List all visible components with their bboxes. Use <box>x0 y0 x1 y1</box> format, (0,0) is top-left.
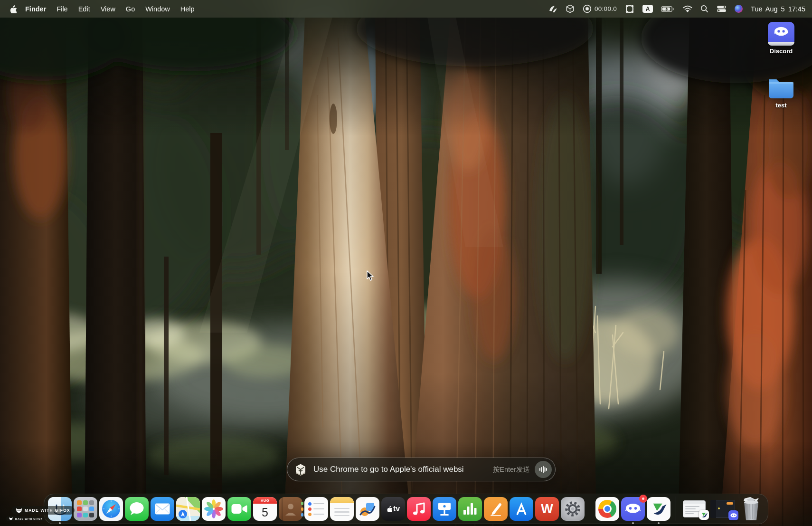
gifox-watermark-label: MADE WITH GIFOX <box>25 508 70 513</box>
minimized-window-v-app[interactable] <box>683 500 706 517</box>
launchpad-icon <box>74 497 97 521</box>
dock-contacts[interactable] <box>279 497 302 521</box>
dock-launchpad[interactable] <box>74 497 97 521</box>
safari-icon <box>99 497 123 521</box>
v-app-icon <box>647 497 670 521</box>
maps-icon <box>176 497 200 521</box>
dock-system-settings[interactable] <box>561 497 585 521</box>
menu-bar-clock[interactable]: Tue Aug 5 17:45 <box>751 5 805 13</box>
fox-icon <box>9 517 13 520</box>
contacts-icon <box>279 497 302 521</box>
dock-divider <box>590 497 590 521</box>
notification-badge <box>639 495 647 503</box>
photos-icon <box>202 497 226 521</box>
discord-icon <box>621 497 645 521</box>
dock-reminders[interactable] <box>304 497 328 521</box>
menu-window[interactable]: Window <box>140 5 175 13</box>
dock-apple-tv[interactable]: tv <box>381 497 405 521</box>
gifox-watermark-label: MADE WITH GIFOX <box>15 517 43 520</box>
desktop-icon-label: Discord <box>770 48 793 55</box>
control-center-icon[interactable] <box>717 5 727 12</box>
agent-hexagon-icon <box>294 463 307 476</box>
keynote-icon <box>433 497 456 521</box>
input-source-badge[interactable]: A <box>642 5 653 13</box>
dock-facetime[interactable] <box>227 497 251 521</box>
dock-music[interactable] <box>407 497 431 521</box>
dock-notes[interactable] <box>330 497 354 521</box>
messages-icon <box>125 497 149 521</box>
assistant-input-bar[interactable]: Use Chrome to go to Apple's official web… <box>287 458 556 481</box>
apple-logo-icon <box>387 506 392 512</box>
chrome-icon <box>595 497 619 521</box>
dock-maps[interactable] <box>176 497 200 521</box>
system-settings-icon <box>561 497 585 521</box>
discord-disk-image-icon <box>768 22 794 46</box>
calendar-day: 5 <box>262 504 268 521</box>
wps-office-icon: W <box>535 497 559 521</box>
dock-v-app[interactable] <box>647 497 670 521</box>
dock: AUG 5 <box>44 494 768 524</box>
running-indicator <box>658 522 660 524</box>
spotlight-search-icon[interactable] <box>700 5 708 13</box>
facetime-icon <box>227 497 251 521</box>
disk-base <box>768 42 794 46</box>
dock-chrome[interactable] <box>595 497 619 521</box>
app-store-icon <box>510 497 533 521</box>
folder-icon <box>766 75 796 100</box>
wifi-icon[interactable] <box>683 5 692 12</box>
music-icon <box>407 497 431 521</box>
send-hint: 按Enter发送 <box>493 465 530 474</box>
dock-safari[interactable] <box>99 497 123 521</box>
dock-discord[interactable] <box>621 497 645 521</box>
wps-glyph: W <box>541 502 553 516</box>
dock-numbers[interactable] <box>458 497 482 521</box>
dock-photos[interactable] <box>202 497 226 521</box>
reminders-icon <box>304 497 328 521</box>
recording-timer: 00:00.0 <box>595 5 617 12</box>
notes-icon <box>330 497 354 521</box>
voice-waveform-button[interactable] <box>535 461 552 478</box>
gifox-watermark-small: MADE WITH GIFOX <box>6 516 46 521</box>
menu-view[interactable]: View <box>95 5 121 13</box>
discord-logo <box>773 26 789 38</box>
freeform-icon <box>356 497 379 521</box>
agent-box-icon[interactable] <box>566 4 575 13</box>
voice-waveform-icon <box>539 465 548 474</box>
dock-messages[interactable] <box>125 497 149 521</box>
desktop-icon-label: test <box>775 102 786 109</box>
calendar-month: AUG <box>253 497 277 504</box>
minimized-window-discord[interactable] <box>710 500 735 518</box>
dock-mail[interactable] <box>151 497 174 521</box>
menu-edit[interactable]: Edit <box>73 5 95 13</box>
menu-app-name[interactable]: Finder <box>20 5 51 13</box>
fox-icon <box>16 508 22 513</box>
screen-capture-icon[interactable] <box>625 4 634 14</box>
dock-app-store[interactable] <box>510 497 533 521</box>
desktop-icon-discord[interactable]: Discord <box>761 22 801 55</box>
running-indicator <box>632 522 634 524</box>
assistant-message-input[interactable]: Use Chrome to go to Apple's official web… <box>313 465 493 474</box>
dock-trash[interactable] <box>738 497 764 521</box>
menu-help[interactable]: Help <box>175 5 200 13</box>
mail-icon <box>151 497 174 521</box>
wallpaper-forest <box>0 0 812 526</box>
menu-go[interactable]: Go <box>121 5 140 13</box>
dock-pages[interactable] <box>484 497 508 521</box>
dock-calendar[interactable]: AUG 5 <box>253 497 277 521</box>
menu-file[interactable]: File <box>51 5 73 13</box>
record-stop-timer[interactable]: 00:00.0 <box>583 4 617 13</box>
numbers-icon <box>458 497 482 521</box>
record-stop-icon <box>583 4 592 13</box>
discord-icon <box>728 510 738 520</box>
swoosh-app-icon[interactable] <box>548 5 557 13</box>
mouse-cursor <box>366 270 376 281</box>
dock-keynote[interactable] <box>433 497 456 521</box>
siri-icon[interactable] <box>735 5 743 13</box>
apple-menu[interactable] <box>6 5 20 13</box>
v-app-icon <box>699 510 709 520</box>
dock-wps-office[interactable]: W <box>535 497 559 521</box>
desktop-icon-test-folder[interactable]: test <box>761 75 801 109</box>
menu-bar: Finder File Edit View Go Window Help <box>0 0 812 18</box>
dock-freeform[interactable] <box>356 497 379 521</box>
battery-charging-icon[interactable] <box>661 6 675 12</box>
